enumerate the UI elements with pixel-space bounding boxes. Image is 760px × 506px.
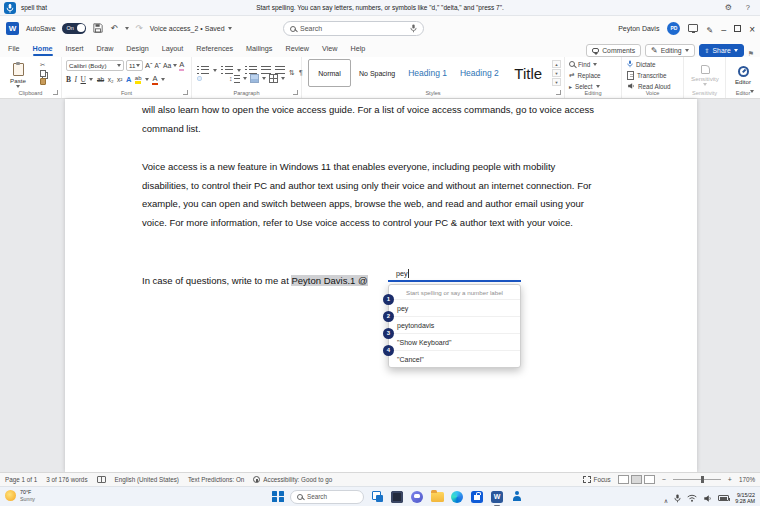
task-view-button[interactable]	[370, 490, 384, 504]
subscript-button[interactable]	[108, 76, 114, 83]
taskbar-weather-widget[interactable]: 70°F Sunny	[5, 489, 35, 502]
tray-mic-icon[interactable]	[674, 494, 681, 503]
save-icon[interactable]	[93, 23, 103, 33]
focus-mode-button[interactable]: Focus	[583, 476, 611, 483]
borders-icon[interactable]	[269, 74, 278, 83]
copy-icon[interactable]	[40, 70, 46, 77]
line-spacing-chevron-icon[interactable]	[243, 77, 247, 80]
font-size-select[interactable]: 11	[126, 60, 143, 71]
sort-icon[interactable]	[289, 61, 295, 79]
tray-battery-icon[interactable]	[718, 495, 729, 501]
paragraph-dialog-launcher[interactable]	[293, 90, 298, 95]
decrease-indent-icon[interactable]	[261, 66, 271, 74]
cut-icon[interactable]	[40, 60, 46, 69]
shading-chevron-icon[interactable]	[262, 77, 266, 80]
word-taskbar-button[interactable]	[490, 490, 504, 504]
format-painter-icon[interactable]	[40, 78, 46, 85]
line-spacing-icon[interactable]	[229, 75, 240, 83]
tray-datetime[interactable]: 9/15/22 9:28 AM	[735, 492, 755, 505]
tray-volume-icon[interactable]	[703, 494, 712, 503]
clipboard-dialog-launcher[interactable]	[53, 90, 58, 95]
change-case-icon[interactable]	[163, 62, 171, 69]
zoom-out-button[interactable]	[662, 476, 666, 483]
change-case-chevron-icon[interactable]	[173, 64, 177, 67]
zoom-level[interactable]: 170%	[739, 476, 755, 483]
undo-icon[interactable]	[110, 23, 117, 33]
undo-dropdown-chevron-icon[interactable]	[125, 27, 129, 30]
text-predictions-indicator[interactable]: Text Predictions: On	[188, 476, 244, 483]
paragraph-2[interactable]: Voice access is a new feature in Windows…	[142, 158, 602, 232]
styles-scroll-up-icon[interactable]: ▲	[552, 60, 561, 68]
font-dialog-launcher[interactable]	[183, 90, 188, 95]
tab-insert[interactable]: Insert	[66, 40, 84, 57]
tab-view[interactable]: View	[322, 40, 337, 57]
text-highlight-icon[interactable]	[135, 75, 142, 84]
document-text[interactable]: will also learn how to open the voice ac…	[142, 101, 602, 290]
comments-button[interactable]: Comments	[586, 44, 641, 57]
transcribe-button[interactable]: Transcribe	[627, 70, 667, 80]
align-right-button[interactable]	[213, 76, 218, 81]
minimize-button[interactable]	[721, 19, 726, 37]
taskbar-search-box[interactable]: Search	[290, 490, 364, 504]
style-heading2[interactable]: Heading 2	[455, 59, 504, 87]
zoom-slider-thumb[interactable]	[701, 476, 704, 483]
close-button[interactable]	[749, 19, 755, 37]
file-explorer-button[interactable]	[430, 490, 444, 504]
italic-button[interactable]	[75, 75, 78, 84]
numbered-list-icon[interactable]	[221, 66, 233, 74]
styles-gallery-scroll[interactable]: ▲ ▼ ▼	[552, 60, 561, 86]
suggestion-item-1[interactable]: 1 pey	[389, 299, 520, 316]
numbered-list-chevron-icon[interactable]	[237, 69, 241, 72]
editing-mode-button[interactable]: Editing	[645, 44, 695, 57]
ink-pen-icon[interactable]	[706, 19, 713, 37]
style-heading1[interactable]: Heading 1	[403, 59, 452, 87]
strikethrough-button[interactable]	[97, 76, 104, 83]
style-title[interactable]: Title	[507, 59, 550, 87]
highlight-chevron-icon[interactable]	[145, 78, 149, 81]
font-color-icon[interactable]	[152, 74, 157, 85]
selected-text[interactable]: Peyton Davis.1 @	[291, 275, 367, 286]
read-mode-view-icon[interactable]	[618, 475, 629, 484]
sensitivity-button[interactable]: Sensitivity	[688, 59, 722, 91]
suggestion-item-3[interactable]: 3 "Show Keyboard"	[389, 333, 520, 350]
tab-mailings[interactable]: Mailings	[246, 40, 272, 57]
align-center-button[interactable]	[205, 76, 210, 81]
present-icon[interactable]	[688, 24, 698, 32]
suggestion-item-2[interactable]: 2 peytondavis	[389, 316, 520, 333]
find-button[interactable]: Find	[569, 59, 597, 69]
document-page[interactable]: will also learn how to open the voice ac…	[65, 99, 697, 472]
paragraph-1[interactable]: will also learn how to open the voice ac…	[142, 101, 602, 138]
tab-design[interactable]: Design	[126, 40, 148, 57]
share-button[interactable]: Share	[699, 44, 744, 57]
paragraph-3[interactable]: In case of questions, write to me at Pey…	[142, 272, 602, 291]
styles-more-icon[interactable]: ▼	[552, 78, 561, 86]
shading-icon[interactable]	[250, 74, 259, 83]
word-app-icon[interactable]	[6, 22, 19, 35]
maximize-button[interactable]	[734, 25, 741, 32]
redo-icon[interactable]	[136, 23, 143, 33]
print-layout-view-icon[interactable]	[631, 475, 642, 484]
web-layout-view-icon[interactable]	[644, 475, 655, 484]
underline-chevron-icon[interactable]	[89, 78, 93, 81]
bullet-list-chevron-icon[interactable]	[213, 69, 217, 72]
language-indicator[interactable]: English (United States)	[115, 476, 179, 483]
voice-access-taskbar-button[interactable]	[510, 490, 524, 504]
increase-indent-icon[interactable]	[275, 66, 285, 74]
document-title[interactable]: Voice access_2 • Saved	[150, 25, 232, 32]
shrink-font-icon[interactable]	[155, 62, 162, 69]
justify-button[interactable]	[221, 76, 226, 81]
collapse-ribbon-chevron-icon[interactable]	[750, 90, 754, 93]
tab-draw[interactable]: Draw	[97, 40, 114, 57]
underline-button[interactable]	[81, 75, 86, 84]
tab-layout[interactable]: Layout	[162, 40, 184, 57]
text-effects-icon[interactable]	[126, 75, 131, 84]
tray-overflow-chevron-icon[interactable]	[664, 489, 668, 506]
tab-references[interactable]: References	[196, 40, 233, 57]
voice-help-icon[interactable]	[746, 0, 750, 16]
tab-review[interactable]: Review	[285, 40, 309, 57]
font-color-chevron-icon[interactable]	[161, 78, 165, 81]
spelling-input[interactable]: pey	[388, 267, 521, 282]
zoom-slider[interactable]	[673, 479, 721, 480]
accessibility-status[interactable]: Accessibility: Good to go	[253, 476, 332, 483]
tab-file[interactable]: File	[8, 40, 20, 57]
